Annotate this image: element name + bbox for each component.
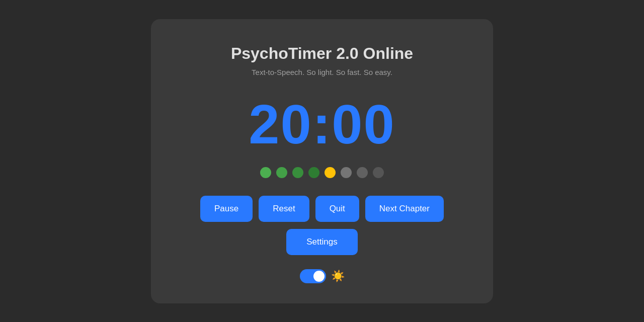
dot-8 bbox=[373, 167, 384, 178]
quit-button[interactable]: Quit bbox=[315, 196, 359, 222]
sun-icon: ☀️ bbox=[331, 270, 345, 283]
dot-1 bbox=[260, 167, 271, 178]
dot-4 bbox=[308, 167, 319, 178]
pause-button[interactable]: Pause bbox=[200, 196, 253, 222]
toggle-row: ☀️ bbox=[300, 269, 345, 283]
app-subtitle: Text-to-Speech. So light. So fast. So ea… bbox=[252, 68, 392, 76]
reset-button[interactable]: Reset bbox=[259, 196, 309, 222]
settings-button[interactable]: Settings bbox=[286, 229, 357, 255]
app-title: PsychoTimer 2.0 Online bbox=[231, 44, 413, 63]
timer-display: 20:00 bbox=[249, 97, 395, 152]
dot-5 bbox=[325, 167, 336, 178]
theme-toggle[interactable] bbox=[300, 269, 326, 283]
dot-6 bbox=[341, 167, 352, 178]
toggle-thumb bbox=[313, 271, 325, 282]
dot-3 bbox=[292, 167, 303, 178]
dot-7 bbox=[357, 167, 368, 178]
dot-2 bbox=[276, 167, 287, 178]
next-chapter-button[interactable]: Next Chapter bbox=[365, 196, 444, 222]
controls-row: Pause Reset Quit Next Chapter bbox=[200, 196, 444, 222]
settings-row: Settings bbox=[286, 229, 357, 255]
dots-row bbox=[260, 167, 384, 178]
main-card: PsychoTimer 2.0 Online Text-to-Speech. S… bbox=[151, 19, 493, 303]
